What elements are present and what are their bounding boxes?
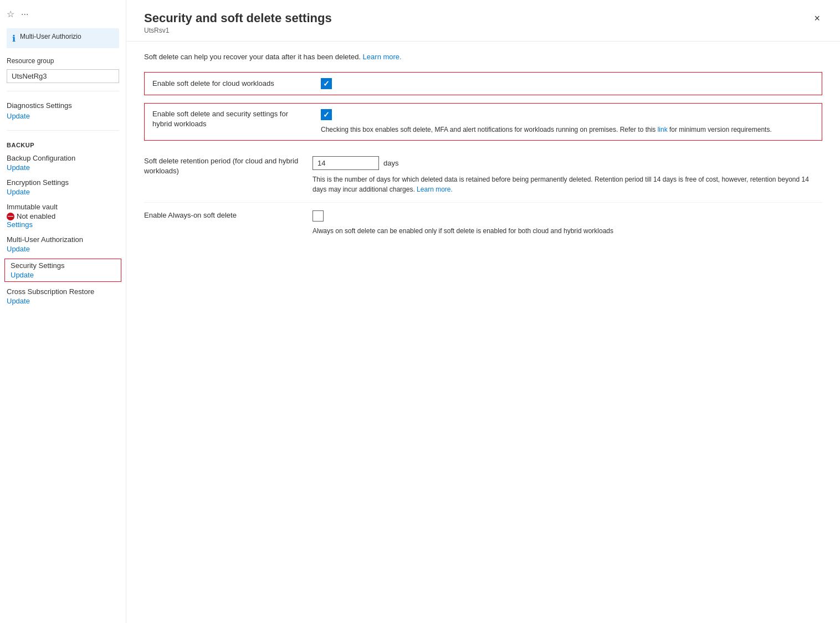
sidebar-item-security-settings: Security Settings Update [4,259,121,282]
security-settings-link[interactable]: Update [11,271,34,279]
main-header-text: Security and soft delete settings UtsRsv… [144,11,332,34]
cross-sub-label: Cross Subscription Restore [7,287,119,296]
days-label: days [383,159,398,167]
hybrid-workloads-label: Enable soft delete and security settings… [152,109,308,129]
retention-learn-more[interactable]: Learn more. [417,186,453,193]
mua-label: Multi-User Authorization [7,235,119,244]
hybrid-description: Checking this box enables soft delete, M… [321,125,814,135]
not-enabled-text: Not enabled [17,212,55,220]
learn-more-link-intro[interactable]: Learn more. [363,53,402,61]
sidebar-item-encryption: Encryption Settings Update [0,175,126,199]
page-title: Security and soft delete settings [144,11,332,25]
sidebar-banner: ℹ Multi-User Authorizio [7,28,119,48]
immutable-status: — Not enabled [7,212,119,220]
sidebar-item-backup-config: Backup Configuration Update [0,151,126,175]
setting-row-retention: Soft delete retention period (for cloud … [144,148,822,203]
cloud-workloads-control: ✓ [321,78,814,89]
retention-control: days This is the number of days for whic… [313,156,822,194]
star-icon[interactable]: ☆ [7,9,14,19]
encryption-link[interactable]: Update [7,188,30,196]
hybrid-workloads-checkbox[interactable]: ✓ [321,109,332,120]
main-body: Soft delete can help you recover your da… [126,42,840,255]
sidebar-item-cross-sub: Cross Subscription Restore Update [0,284,126,308]
cross-sub-link[interactable]: Update [7,297,30,305]
sidebar-divider [7,91,119,91]
info-icon: ℹ [12,33,16,44]
backup-config-link[interactable]: Update [7,163,30,172]
backup-config-label: Backup Configuration [7,154,119,162]
close-button[interactable]: × [812,11,822,25]
resource-group-label: Resource group [0,53,126,67]
security-settings-label: Security Settings [11,261,115,270]
intro-text: Soft delete can help you recover your da… [144,53,822,61]
cloud-workloads-label: Enable soft delete for cloud workloads [152,79,308,89]
sidebar-divider-2 [7,130,119,131]
retention-input[interactable] [313,156,379,170]
backup-section-header: BACKUP [0,136,126,151]
main-panel: Security and soft delete settings UtsRsv… [126,0,840,623]
main-header: Security and soft delete settings UtsRsv… [126,0,840,42]
immutable-label: Immutable vault [7,203,119,211]
mua-link[interactable]: Update [7,245,30,253]
setting-row-hybrid: Enable soft delete and security settings… [144,103,822,141]
hybrid-row-inner: Enable soft delete and security settings… [152,109,814,135]
sidebar-item-immutable: Immutable vault — Not enabled Settings [0,199,126,232]
hybrid-workloads-control: ✓ Checking this box enables soft delete,… [321,109,814,135]
retention-label: Soft delete retention period (for cloud … [144,156,299,176]
diagnostics-settings-label: Diagnostics Settings [0,97,126,111]
not-enabled-icon: — [7,213,14,220]
always-on-checkbox[interactable]: ✓ [313,210,324,222]
retention-input-row: days [313,156,822,170]
setting-row-always-on: Enable Always-on soft delete ✓ Always on… [144,203,822,244]
diagnostics-update-link[interactable]: Update [0,111,126,125]
sidebar-item-mua: Multi-User Authorization Update [0,232,126,256]
retention-description: This is the number of days for which del… [313,174,822,194]
sidebar-banner-text: Multi-User Authorizio [20,33,81,40]
immutable-settings-link[interactable]: Settings [7,220,33,229]
check-icon: ✓ [323,80,330,87]
cloud-workloads-checkbox[interactable]: ✓ [321,78,332,89]
always-on-label: Enable Always-on soft delete [144,210,299,220]
sidebar: ☆ ··· ℹ Multi-User Authorizio Resource g… [0,0,126,623]
always-on-control: ✓ Always on soft delete can be enabled o… [313,210,822,236]
resource-group-value[interactable]: UtsNetRg3 [7,69,119,83]
more-icon[interactable]: ··· [21,9,28,19]
check-icon-2: ✓ [323,111,330,119]
sidebar-top-actions: ☆ ··· [0,4,126,24]
page-subtitle: UtsRsv1 [144,27,332,34]
setting-row-cloud: Enable soft delete for cloud workloads ✓ [144,72,822,95]
hybrid-link[interactable]: link [658,126,668,133]
always-on-description: Always on soft delete can be enabled onl… [313,226,822,236]
encryption-label: Encryption Settings [7,178,119,187]
